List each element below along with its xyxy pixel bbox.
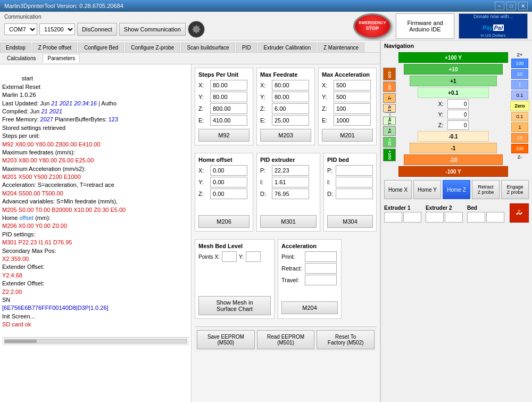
z-neg01-button[interactable]: 0.1: [511, 112, 528, 121]
z-01-button[interactable]: 0.1: [511, 91, 528, 100]
z-zero-button[interactable]: Zero: [510, 101, 529, 111]
bed-input1[interactable]: [467, 212, 485, 223]
accel-y-input[interactable]: [334, 92, 371, 102]
y-neg100-button[interactable]: -100 Y: [398, 166, 508, 177]
pid-ext-i-input[interactable]: [272, 177, 309, 187]
z-neg1-button[interactable]: 1: [511, 122, 528, 132]
maximize-button[interactable]: □: [506, 2, 516, 10]
tab-zprobe-offset[interactable]: Z Probe offset: [32, 43, 78, 52]
retract-zprobe-button[interactable]: RetractZ probe: [472, 180, 500, 199]
y-pos100-button[interactable]: +100 Y: [398, 52, 508, 63]
save-eeprom-button[interactable]: Save EEPROM(M500): [197, 330, 255, 349]
console-scrollbar[interactable]: [2, 337, 189, 346]
z-neg10-button[interactable]: 10: [511, 133, 528, 143]
coord-x-input[interactable]: [447, 99, 469, 109]
x-neg10-button[interactable]: -10: [383, 81, 396, 92]
coord-y-input[interactable]: [447, 110, 469, 119]
pid-bed-i-input[interactable]: [336, 177, 373, 187]
z-neg100-button[interactable]: 100: [511, 144, 528, 153]
tab-endstop[interactable]: Endstop: [0, 43, 31, 52]
z-10-button[interactable]: 10: [511, 69, 528, 79]
steps-y-input[interactable]: [210, 92, 247, 102]
x-pos1-button[interactable]: +1: [383, 126, 396, 136]
y-pos10-button[interactable]: +10: [404, 64, 502, 75]
y-pos1-button[interactable]: +1: [410, 76, 497, 86]
extruder1-input1[interactable]: [384, 212, 402, 223]
subtab-calculations[interactable]: Calculations: [2, 54, 40, 63]
mesh-x-input[interactable]: [222, 251, 237, 262]
subtab-parameters[interactable]: Parameters: [43, 54, 80, 63]
y-neg01-button[interactable]: -0.1: [418, 131, 489, 142]
feedrate-m203-button[interactable]: M203: [260, 129, 311, 142]
home-z-input[interactable]: [210, 188, 247, 199]
baud-rate-select[interactable]: 115200: [39, 23, 75, 35]
extruder1-input2[interactable]: [403, 212, 421, 223]
pid-bed-d-input[interactable]: [336, 188, 373, 199]
close-button[interactable]: ✕: [518, 2, 528, 10]
home-z-button[interactable]: Home Z: [443, 180, 470, 199]
pid-bed-p-input[interactable]: [336, 165, 373, 176]
accel-z-input[interactable]: [334, 103, 371, 114]
extruder2-input2[interactable]: [445, 212, 463, 223]
accel-retract-input[interactable]: [305, 263, 337, 274]
x-neg100-button[interactable]: -100: [383, 68, 396, 80]
home-m206-button[interactable]: M206: [198, 215, 250, 228]
tab-z-maintenance[interactable]: Z Maintenance: [318, 43, 364, 52]
accel-x-input[interactable]: [334, 80, 371, 91]
tab-scan-buildsurface[interactable]: Scan buildsurface: [181, 43, 235, 52]
settings-icon[interactable]: [188, 21, 205, 38]
engage-zprobe-button[interactable]: EngageZ probe: [501, 180, 529, 199]
home-z-label: Z:: [198, 191, 208, 197]
bed-input2[interactable]: [486, 212, 504, 223]
pid-ext-m301-button[interactable]: M301: [260, 215, 317, 228]
home-x-button[interactable]: Home X: [384, 180, 412, 199]
steps-m92-button[interactable]: M92: [198, 129, 250, 142]
emergency-stop-button[interactable]: EMERGENCY STOP: [353, 13, 392, 39]
steps-e-input[interactable]: [210, 115, 247, 126]
feedrate-e-input[interactable]: [272, 115, 309, 126]
steps-z-input[interactable]: [210, 103, 247, 114]
pid-ext-d-input[interactable]: [272, 188, 309, 199]
tab-configure-bed[interactable]: Configure Bed: [78, 43, 124, 52]
show-communication-button[interactable]: Show Communication: [119, 23, 186, 36]
minimize-button[interactable]: −: [495, 2, 504, 10]
extruder2-input1[interactable]: [426, 212, 444, 223]
tab-configure-zprobe[interactable]: Configure Z-probe: [125, 43, 180, 52]
home-y-button[interactable]: Home Y: [413, 180, 441, 199]
y-neg1-button[interactable]: -1: [410, 143, 497, 153]
y-pos01-button[interactable]: +0.1: [418, 87, 489, 98]
reset-factory-button[interactable]: Reset ToFactory (M502): [317, 330, 375, 349]
accel-e-input[interactable]: [334, 115, 371, 126]
show-mesh-button[interactable]: Show Mesh inSurface Chart: [198, 296, 271, 315]
y-neg10-button[interactable]: -10: [404, 154, 502, 165]
accel-travel-input[interactable]: [305, 275, 337, 285]
x-pos01-button[interactable]: +0.1: [383, 117, 396, 125]
mesh-y-input[interactable]: [246, 251, 261, 262]
accel-m204-button[interactable]: M204: [281, 301, 338, 314]
feedrate-z-input[interactable]: [272, 103, 309, 114]
x-neg01-button[interactable]: -0.1: [383, 104, 396, 112]
feedrate-y-input[interactable]: [272, 92, 309, 102]
heat-button[interactable]: [510, 203, 529, 223]
tab-pid[interactable]: PID: [236, 43, 257, 52]
disconnect-button[interactable]: DisConnect: [77, 23, 117, 36]
pid-bed-m304-button[interactable]: M304: [327, 215, 373, 228]
x-pos10-button[interactable]: +10: [383, 137, 396, 147]
x-pos100-button[interactable]: +100: [383, 149, 396, 161]
feedrate-x-input[interactable]: [272, 80, 309, 91]
tab-extruder-cal[interactable]: Extruder Calibration: [258, 43, 317, 52]
coord-z-input[interactable]: [447, 120, 469, 130]
accel-m201-button[interactable]: M201: [322, 129, 373, 142]
pid-ext-p-input[interactable]: [272, 165, 309, 176]
firmware-button[interactable]: Firmware and Arduino IDE: [396, 13, 454, 39]
home-x-input[interactable]: [210, 165, 247, 176]
x-neg1-button[interactable]: -1: [383, 93, 396, 103]
paypal-box[interactable]: Donate now with... PayPal in US Dollars: [459, 13, 528, 39]
z-100-button[interactable]: 100: [511, 59, 528, 68]
com-port-select[interactable]: COM7: [4, 23, 37, 35]
steps-x-input[interactable]: [210, 80, 247, 91]
read-eeprom-button[interactable]: Read EEPROM(M501): [257, 330, 315, 349]
home-y-input[interactable]: [210, 177, 247, 187]
accel-print-input[interactable]: [305, 251, 337, 262]
z-1-button[interactable]: 1: [511, 80, 528, 89]
